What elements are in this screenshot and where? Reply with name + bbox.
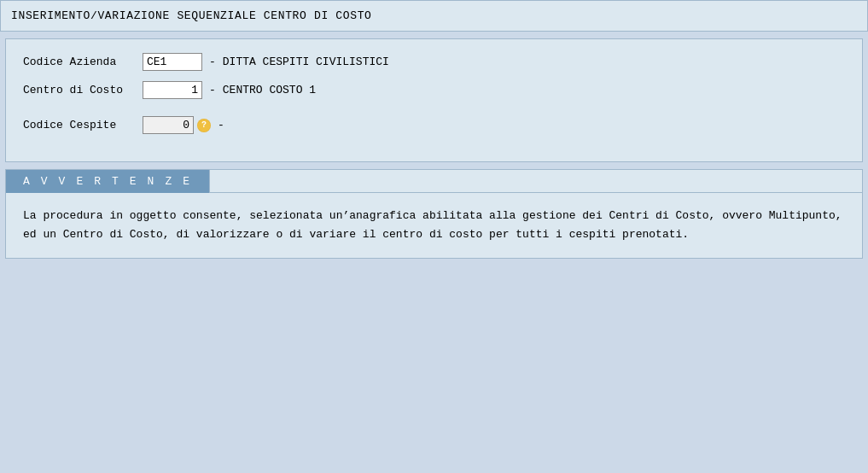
codice-cespite-row: Codice Cespite ? - — [23, 116, 845, 134]
centro-costo-description: CENTRO COSTO 1 — [223, 84, 316, 96]
header-bar: INSERIMENTO/VARIAZIONE SEQUENZIALE CENTR… — [0, 0, 868, 32]
help-icon[interactable]: ? — [197, 119, 211, 132]
codice-azienda-label: Codice Azienda — [23, 55, 143, 68]
codice-cespite-label: Codice Cespite — [23, 119, 143, 131]
main-panel: Codice Azienda - DITTA CESPITI CIVILISTI… — [5, 38, 863, 162]
centro-costo-row: Centro di Costo - CENTRO COSTO 1 — [23, 81, 845, 99]
avvertenze-header: A V V E R T E N Z E — [6, 170, 862, 193]
codice-azienda-description: DITTA CESPITI CIVILISTICI — [223, 55, 389, 68]
avvertenze-tab-spacer — [210, 170, 862, 193]
avvertenze-tab: A V V E R T E N Z E — [6, 170, 210, 193]
centro-costo-label: Centro di Costo — [23, 84, 143, 96]
separator-cespite: - — [218, 119, 224, 131]
avvertenze-section: A V V E R T E N Z E La procedura in ogge… — [5, 169, 863, 259]
centro-costo-input[interactable] — [143, 81, 202, 99]
codice-azienda-row: Codice Azienda - DITTA CESPITI CIVILISTI… — [23, 53, 845, 71]
page-title: INSERIMENTO/VARIAZIONE SEQUENZIALE CENTR… — [11, 9, 372, 22]
separator-centro: - — [209, 84, 216, 96]
codice-azienda-input[interactable] — [143, 53, 202, 71]
avvertenze-body: La procedura in oggetto consente, selezi… — [6, 193, 862, 258]
separator-azienda: - — [209, 55, 216, 68]
codice-cespite-input[interactable] — [143, 116, 194, 134]
